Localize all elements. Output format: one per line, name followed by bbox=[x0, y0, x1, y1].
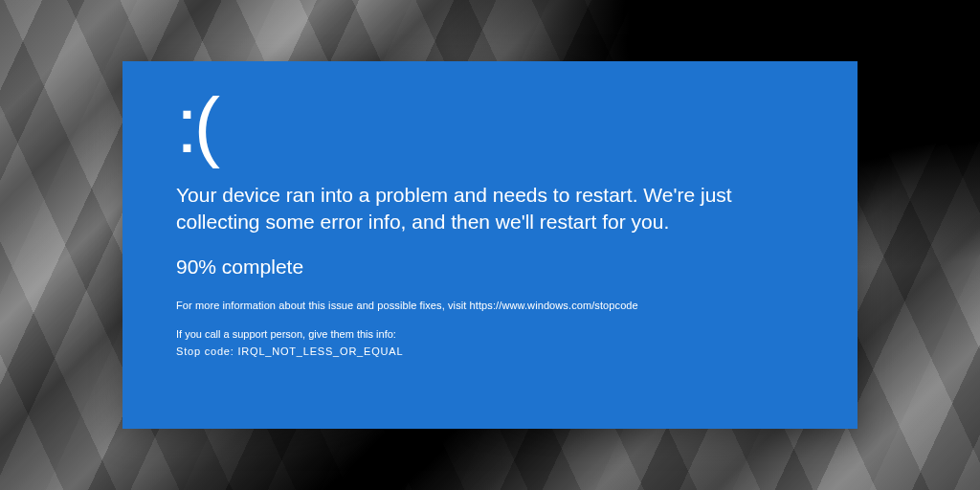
error-message: Your device ran into a problem and needs… bbox=[176, 182, 789, 236]
sad-face-icon: :( bbox=[176, 86, 804, 165]
more-info-text: For more information about this issue an… bbox=[176, 300, 804, 311]
stop-code-text: Stop code: IRQL_NOT_LESS_OR_EQUAL bbox=[176, 345, 804, 357]
bsod-screen: :( Your device ran into a problem and ne… bbox=[122, 61, 858, 429]
progress-text: 90% complete bbox=[176, 256, 804, 278]
support-info-label: If you call a support person, give them … bbox=[176, 328, 804, 340]
